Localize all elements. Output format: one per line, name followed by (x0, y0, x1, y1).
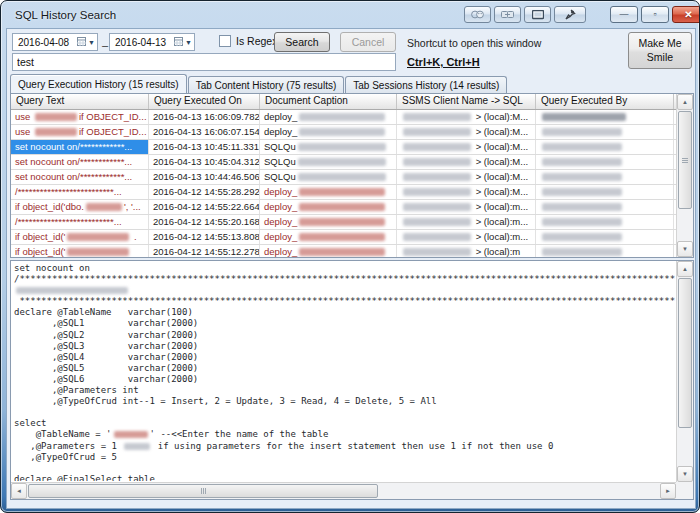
grid-vertical-scrollbar[interactable]: ▲ ▼ (676, 94, 693, 257)
scroll-up-icon[interactable]: ▲ (677, 94, 693, 110)
table-cell[interactable]: if object_id('dbo.', '... (11, 200, 149, 214)
table-cell[interactable]: 2016-04-12 14:55:28.292 (149, 185, 260, 199)
scroll-down-icon[interactable]: ▼ (677, 466, 693, 482)
table-row[interactable]: if object_id('2016-04-12 14:55:12.278dep… (11, 245, 676, 258)
is-regex-checkbox[interactable]: Is Regex (219, 35, 277, 47)
table-cell[interactable]: /**************************... (11, 215, 149, 229)
search-input[interactable] (12, 53, 396, 71)
table-cell[interactable] (536, 215, 674, 229)
scroll-right-icon[interactable]: ► (660, 483, 676, 499)
tab-2[interactable]: Tab Sessions History (14 results) (345, 76, 507, 93)
table-row[interactable]: if object_id('dbo.', '...2016-04-12 14:5… (11, 200, 676, 215)
table-cell[interactable]: > (local):M... (397, 155, 536, 169)
masks-icon[interactable] (464, 6, 491, 23)
table-cell[interactable]: > (local):m (397, 245, 536, 258)
titlebar[interactable]: SQL History Search — ▫ ✕ (1, 1, 699, 28)
table-row[interactable]: set nocount on/************...2016-04-13… (11, 170, 676, 185)
table-cell[interactable]: 2016-04-13 10:45:11.331 (149, 140, 260, 154)
table-cell[interactable] (536, 200, 674, 214)
make-me-smile-button[interactable]: Make MeSmile (628, 32, 692, 69)
column-header[interactable]: SSMS Client Name -> SQL (397, 94, 536, 109)
table-cell[interactable]: > (local):M... (397, 185, 536, 199)
date-from-picker[interactable]: 2016-04-08 ▼ (12, 33, 98, 51)
table-cell[interactable] (536, 230, 674, 244)
table-cell[interactable]: deploy_ (260, 185, 397, 199)
table-cell[interactable] (536, 155, 674, 169)
table-row[interactable]: set nocount on/************...2016-04-13… (11, 140, 676, 155)
table-cell[interactable]: use if OBJECT_ID... (11, 125, 149, 139)
chevron-down-icon[interactable]: ▼ (185, 39, 192, 46)
table-cell[interactable]: 2016-04-12 14:55:20.168 (149, 215, 260, 229)
table-cell[interactable]: > (local):M... (397, 170, 536, 184)
date-to-picker[interactable]: 2016-04-13 ▼ (109, 33, 195, 51)
table-cell[interactable] (536, 125, 674, 139)
table-cell[interactable]: deploy_ (260, 245, 397, 258)
table-cell[interactable]: /**************************... (11, 185, 149, 199)
sql-hscroll-thumb[interactable] (28, 484, 378, 498)
table-cell[interactable]: 2016-04-13 16:06:09.782 (149, 110, 260, 124)
table-cell[interactable]: if object_id(' (11, 245, 149, 258)
window-controls: — ▫ ✕ (610, 6, 700, 23)
table-cell[interactable]: 2016-04-13 10:45:04.312 (149, 155, 260, 169)
table-cell[interactable]: 2016-04-12 14:55:12.278 (149, 245, 260, 258)
table-row[interactable]: if object_id(' .2016-04-12 14:55:13.808d… (11, 230, 676, 245)
table-cell[interactable]: > (local):m... (397, 230, 536, 244)
table-cell[interactable] (536, 185, 674, 199)
column-header[interactable]: Query Executed On (149, 94, 260, 109)
table-cell[interactable]: 2016-04-12 14:55:13.808 (149, 230, 260, 244)
table-row[interactable]: use if OBJECT_ID...2016-04-13 16:06:07.1… (11, 125, 676, 140)
sql-vscroll-thumb[interactable] (678, 278, 692, 428)
table-cell[interactable] (536, 245, 674, 258)
scroll-down-icon[interactable]: ▼ (677, 241, 693, 257)
table-cell[interactable]: deploy_ (260, 215, 397, 229)
monitor-icon[interactable] (524, 6, 551, 23)
close-button[interactable]: ✕ (672, 6, 700, 23)
column-header[interactable]: Document Caption (260, 94, 397, 109)
table-row[interactable]: /**************************...2016-04-12… (11, 215, 676, 230)
table-cell[interactable]: > (local):m... (397, 215, 536, 229)
chevron-down-icon[interactable]: ▼ (88, 39, 95, 46)
table-cell[interactable] (536, 170, 674, 184)
table-cell[interactable]: > (local):M... (397, 125, 536, 139)
table-cell[interactable]: use if OBJECT_ID... (11, 110, 149, 124)
table-cell[interactable]: 2016-04-13 16:06:07.154 (149, 125, 260, 139)
table-cell[interactable]: SQLQu (260, 155, 397, 169)
search-button[interactable]: Search (274, 32, 330, 52)
table-cell[interactable]: SQLQu (260, 170, 397, 184)
column-header[interactable]: Query Executed By (536, 94, 674, 109)
table-cell[interactable]: 2016-04-12 14:55:22.664 (149, 200, 260, 214)
table-row[interactable]: use if OBJECT_ID...2016-04-13 16:06:09.7… (11, 110, 676, 125)
table-cell[interactable]: > (local):M... (397, 140, 536, 154)
table-cell[interactable] (536, 110, 674, 124)
sql-vertical-scrollbar[interactable]: ▲ ▼ (676, 261, 693, 482)
sql-horizontal-scrollbar[interactable]: ◄ ► (11, 482, 676, 499)
sql-preview-pane[interactable]: set nocount on/*************************… (10, 260, 694, 500)
tab-1[interactable]: Tab Content History (75 results) (188, 76, 345, 93)
table-cell[interactable]: > (local):m... (397, 200, 536, 214)
minimize-button[interactable]: — (610, 6, 638, 23)
table-cell[interactable]: deploy_ (260, 200, 397, 214)
linked-windows-icon[interactable] (494, 6, 521, 23)
table-cell[interactable]: if object_id(' . (11, 230, 149, 244)
table-cell[interactable]: SQLQu (260, 140, 397, 154)
column-header[interactable]: Query Text (11, 94, 149, 109)
table-cell[interactable]: set nocount on/************... (11, 155, 149, 169)
table-cell[interactable]: set nocount on/************... (11, 170, 149, 184)
table-cell[interactable]: deploy_ (260, 230, 397, 244)
table-cell[interactable] (536, 140, 674, 154)
table-row[interactable]: /**************************...2016-04-12… (11, 185, 676, 200)
table-cell[interactable]: deploy_ (260, 110, 397, 124)
checkbox-icon[interactable] (219, 35, 231, 47)
shortcut-keys[interactable]: Ctrl+K, Ctrl+H (407, 56, 480, 68)
scroll-up-icon[interactable]: ▲ (677, 261, 693, 277)
table-cell[interactable]: 2016-04-13 10:44:46.506 (149, 170, 260, 184)
pin-icon[interactable] (554, 6, 586, 23)
table-cell[interactable]: > (local):M... (397, 110, 536, 124)
table-row[interactable]: set nocount on/************...2016-04-13… (11, 155, 676, 170)
table-cell[interactable]: set nocount on/************... (11, 140, 149, 154)
restore-button[interactable]: ▫ (641, 6, 669, 23)
table-cell[interactable]: deploy_ (260, 125, 397, 139)
tab-0[interactable]: Query Execution History (15 results) (10, 74, 187, 93)
grid-scroll-thumb[interactable] (678, 111, 692, 209)
scroll-left-icon[interactable]: ◄ (11, 483, 27, 499)
